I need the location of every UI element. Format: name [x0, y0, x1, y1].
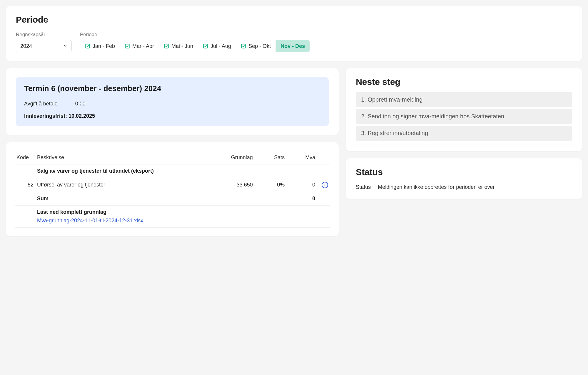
th-sats: Sats [255, 151, 286, 164]
steps-title: Neste steg [356, 77, 572, 87]
periode-title: Periode [16, 15, 572, 25]
segment-label: Mar - Apr [132, 43, 154, 49]
summary-title: Termin 6 (november - desember) 2024 [24, 84, 320, 93]
segment-label: Nov - Des [280, 43, 305, 49]
year-value: 2024 [20, 43, 32, 49]
table-card: Kode Beskrivelse Grunnlag Sats Mva Salg … [6, 142, 339, 236]
step-item[interactable]: 3. Registrer inn/utbetaling [356, 126, 572, 141]
step-item[interactable]: 2. Send inn og signer mva-meldingen hos … [356, 109, 572, 124]
chevron-down-icon [63, 44, 67, 49]
segment-label: Mai - Jun [171, 43, 193, 49]
vat-table: Kode Beskrivelse Grunnlag Sats Mva Salg … [15, 151, 330, 228]
th-kode: Kode [15, 151, 35, 164]
period-segment[interactable]: Mar - Apr [120, 40, 159, 52]
period-segment[interactable]: Nov - Des [276, 40, 310, 52]
check-icon [203, 43, 208, 49]
download-link[interactable]: Mva-grunnlag-2024-11-01-til-2024-12-31.x… [37, 218, 143, 223]
cell-mva: 0 [286, 178, 317, 192]
step-item[interactable]: 1. Opprett mva-melding [356, 92, 572, 107]
check-icon [241, 43, 246, 49]
sum-mva: 0 [286, 192, 317, 205]
th-besk: Beskrivelse [35, 151, 197, 164]
section-label: Salg av varer og tjenester til utlandet … [35, 164, 330, 178]
segment-label: Jan - Feb [93, 43, 115, 49]
status-title: Status [356, 167, 572, 177]
period-segment[interactable]: Sep - Okt [236, 40, 276, 52]
deadline: Innleveringsfrist: 10.02.2025 [24, 113, 320, 119]
pay-value: 0,00 [75, 101, 86, 107]
check-icon [125, 43, 130, 49]
segment-label: Jul - Aug [211, 43, 231, 49]
periode-card: Periode Regnskapsår 2024 Periode Jan - F… [6, 6, 582, 61]
th-grunnlag: Grunnlag [197, 151, 254, 164]
table-row: 52Utførsel av varer og tjenester33 6500%… [15, 178, 330, 192]
summary-card: Termin 6 (november - desember) 2024 Avgi… [6, 68, 339, 135]
year-select[interactable]: 2024 [16, 40, 72, 52]
cell-grunnlag: 33 650 [197, 178, 254, 192]
check-icon [85, 43, 90, 49]
period-field: Periode Jan - FebMar - AprMai - JunJul -… [80, 32, 310, 52]
sum-label: Sum [35, 192, 197, 205]
status-label: Status [356, 184, 371, 190]
year-label: Regnskapsår [16, 32, 72, 38]
period-label: Periode [80, 32, 310, 38]
period-segment[interactable]: Jan - Feb [80, 40, 120, 52]
pay-label: Avgift å betale [24, 101, 58, 107]
period-segments: Jan - FebMar - AprMai - JunJul - AugSep … [80, 40, 310, 52]
steps-card: Neste steg 1. Opprett mva-melding2. Send… [346, 68, 582, 151]
cell-kode: 52 [15, 178, 35, 192]
status-text: Meldingen kan ikke opprettes før periode… [378, 184, 495, 190]
download-label: Last ned komplett grunnlag [37, 209, 328, 215]
period-segment[interactable]: Mai - Jun [159, 40, 198, 52]
th-mva: Mva [286, 151, 317, 164]
cell-sats: 0% [255, 178, 286, 192]
cell-besk: Utførsel av varer og tjenester [35, 178, 197, 192]
status-card: Status Status Meldingen kan ikke opprett… [346, 158, 582, 199]
check-icon [164, 43, 169, 49]
period-segment[interactable]: Jul - Aug [198, 40, 236, 52]
summary-panel: Termin 6 (november - desember) 2024 Avgi… [16, 77, 329, 126]
info-icon[interactable]: i [322, 182, 328, 188]
segment-label: Sep - Okt [248, 43, 271, 49]
year-field: Regnskapsår 2024 [16, 32, 72, 52]
